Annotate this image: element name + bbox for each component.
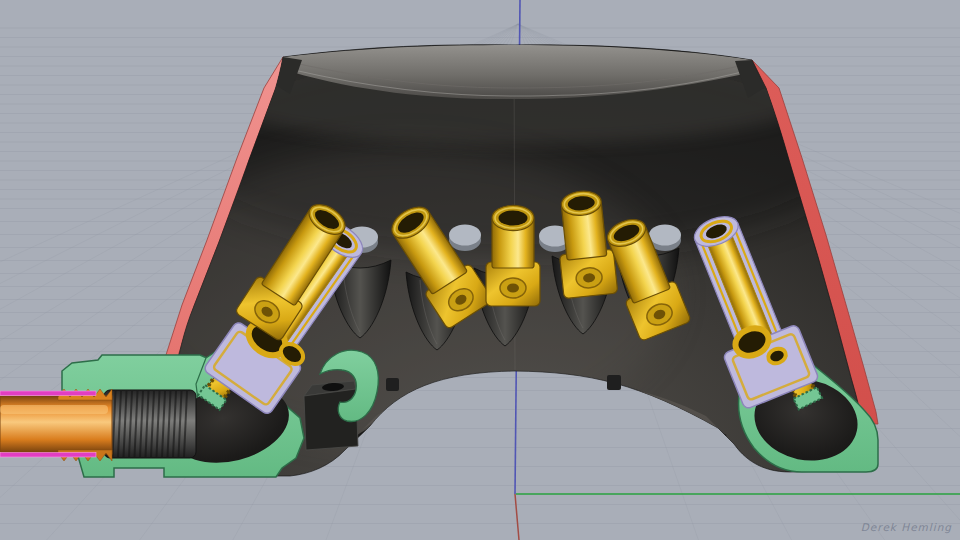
nozzle-4[interactable]: [486, 205, 540, 306]
pipe-section-edge-bottom: [0, 453, 96, 458]
small-lug-left[interactable]: [386, 378, 399, 391]
pipe-highlight: [0, 405, 108, 414]
cad-viewport[interactable]: Derek Hemling: [0, 0, 960, 540]
small-lug-right[interactable]: [607, 375, 621, 390]
tube-opening: [499, 210, 528, 225]
machined-boss: [449, 225, 481, 252]
pipe-section-edge-top: [0, 391, 96, 396]
copper-pipe: [0, 396, 112, 454]
cad-canvas[interactable]: Derek Hemling: [0, 0, 960, 540]
watermark-signature: Derek Hemling: [861, 521, 953, 534]
